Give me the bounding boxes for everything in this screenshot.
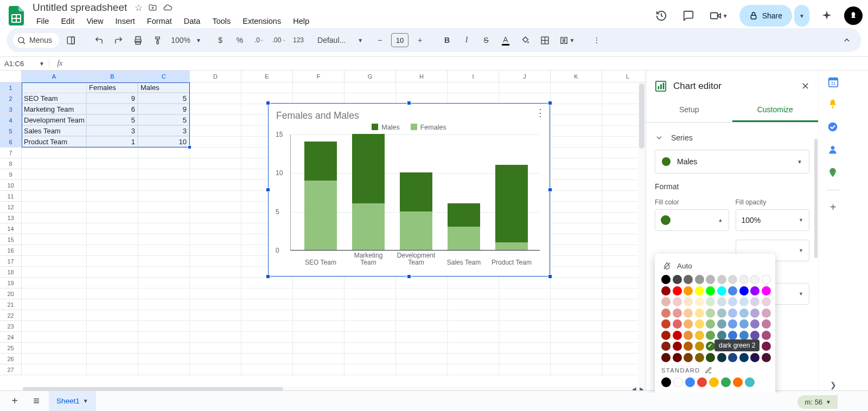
cell[interactable]: 6 xyxy=(87,104,138,114)
keep-rail-icon[interactable] xyxy=(827,99,839,111)
color-swatch[interactable] xyxy=(661,309,671,318)
star-icon[interactable]: ☆ xyxy=(135,2,143,14)
standard-color-swatch[interactable] xyxy=(721,377,731,387)
color-swatch[interactable] xyxy=(717,275,726,284)
chart-menu-icon[interactable]: ⋮ xyxy=(535,107,545,119)
row-header-13[interactable]: 13 xyxy=(0,213,22,223)
contacts-rail-icon[interactable] xyxy=(827,144,839,156)
cell[interactable]: Marketing Team xyxy=(22,104,86,114)
menu-extensions[interactable]: Extensions xyxy=(238,15,286,28)
color-swatch[interactable] xyxy=(684,353,693,362)
maps-rail-icon[interactable] xyxy=(827,167,839,179)
row-header-17[interactable]: 17 xyxy=(0,256,22,267)
color-swatch[interactable] xyxy=(706,309,715,318)
color-swatch[interactable] xyxy=(762,297,771,306)
selection-handle[interactable] xyxy=(188,145,192,149)
color-swatch[interactable] xyxy=(706,353,715,362)
color-swatch[interactable] xyxy=(673,342,682,351)
row-header-27[interactable]: 27 xyxy=(0,364,22,375)
cell[interactable]: 9 xyxy=(138,104,189,114)
decrease-decimal-button[interactable]: .0← xyxy=(251,32,267,48)
row-header-12[interactable]: 12 xyxy=(0,202,22,213)
color-swatch[interactable] xyxy=(762,319,771,329)
increase-fontsize-button[interactable]: + xyxy=(412,32,428,48)
strike-button[interactable]: S xyxy=(478,32,494,48)
cell[interactable]: Development Team xyxy=(22,115,86,125)
color-swatch[interactable] xyxy=(706,319,715,329)
color-swatch[interactable] xyxy=(762,286,771,296)
cell[interactable]: 5 xyxy=(138,93,189,104)
color-swatch[interactable] xyxy=(661,275,671,284)
paint-format-button[interactable] xyxy=(149,32,165,48)
color-swatch[interactable] xyxy=(673,286,682,296)
row-header-4[interactable]: 4 xyxy=(0,115,22,126)
menu-data[interactable]: Data xyxy=(179,15,206,28)
fill-color-button[interactable] xyxy=(517,32,533,48)
sidebar-scrollbar[interactable] xyxy=(814,123,818,393)
color-swatch[interactable] xyxy=(728,286,737,296)
meet-icon[interactable]: ▼ xyxy=(706,6,732,25)
cell[interactable]: Product Team xyxy=(22,137,86,147)
comments-icon[interactable] xyxy=(679,6,698,25)
color-swatch[interactable] xyxy=(750,309,760,318)
doc-name[interactable]: Untitled spreadsheet xyxy=(29,1,130,15)
fill-color-select[interactable]: ▲ xyxy=(655,209,729,231)
get-addons-button[interactable]: + xyxy=(830,201,837,214)
color-swatch[interactable] xyxy=(739,353,749,362)
col-header-J[interactable]: J xyxy=(499,70,551,82)
row-header-23[interactable]: 23 xyxy=(0,321,22,332)
row-header-2[interactable]: 2 xyxy=(0,93,22,104)
color-auto-option[interactable]: Auto xyxy=(661,259,769,275)
currency-button[interactable]: $ xyxy=(212,32,228,48)
cell[interactable]: 10 xyxy=(138,137,189,147)
row-header-20[interactable]: 20 xyxy=(0,288,22,299)
fontsize-input[interactable]: 10 xyxy=(391,33,409,47)
chart-object[interactable]: ⋮ Females and Males Males Females 051015… xyxy=(268,103,550,277)
color-swatch[interactable] xyxy=(673,319,682,329)
color-swatch[interactable] xyxy=(717,286,726,296)
row-header-3[interactable]: 3 xyxy=(0,104,22,115)
color-swatch[interactable] xyxy=(695,286,704,296)
standard-color-swatch[interactable] xyxy=(661,377,671,387)
color-swatch[interactable] xyxy=(762,342,771,351)
sheet-tab-1[interactable]: Sheet1▼ xyxy=(49,391,96,412)
italic-button[interactable]: I xyxy=(458,32,475,48)
color-swatch[interactable] xyxy=(762,353,771,362)
collapse-toolbar-button[interactable] xyxy=(839,32,855,48)
history-icon[interactable] xyxy=(652,6,671,25)
cell[interactable]: SEO Team xyxy=(22,93,86,104)
col-header-C[interactable]: C xyxy=(138,70,190,82)
color-swatch[interactable] xyxy=(717,297,726,306)
color-swatch[interactable] xyxy=(706,286,715,296)
fill-opacity-select[interactable]: 100% ▼ xyxy=(736,209,810,231)
color-swatch[interactable] xyxy=(717,331,726,340)
color-swatch[interactable] xyxy=(728,297,737,306)
cell[interactable]: 3 xyxy=(138,126,189,136)
cell[interactable]: 5 xyxy=(138,115,189,125)
bold-button[interactable]: B xyxy=(439,32,455,48)
col-header-F[interactable]: F xyxy=(293,70,344,82)
color-swatch[interactable] xyxy=(684,297,693,306)
col-header-B[interactable]: B xyxy=(87,70,138,82)
color-swatch[interactable] xyxy=(762,331,771,340)
close-sidebar-button[interactable]: ✕ xyxy=(801,80,809,92)
color-swatch[interactable] xyxy=(739,297,749,306)
calendar-rail-icon[interactable]: 31 xyxy=(827,76,839,88)
menu-view[interactable]: View xyxy=(81,15,108,28)
color-swatch[interactable] xyxy=(684,286,693,296)
color-swatch[interactable] xyxy=(762,309,771,318)
color-swatch[interactable] xyxy=(706,297,715,306)
standard-color-swatch[interactable] xyxy=(745,377,755,387)
text-color-button[interactable]: A xyxy=(497,32,514,48)
color-swatch[interactable] xyxy=(762,275,771,284)
color-swatch[interactable] xyxy=(661,331,671,340)
color-swatch[interactable] xyxy=(684,342,693,351)
color-swatch[interactable] xyxy=(673,275,682,284)
row-header-24[interactable]: 24 xyxy=(0,332,22,343)
col-header-A[interactable]: A xyxy=(22,70,87,82)
tab-setup[interactable]: Setup xyxy=(646,100,732,122)
color-swatch[interactable] xyxy=(706,342,715,351)
color-swatch[interactable] xyxy=(695,319,704,329)
move-icon[interactable] xyxy=(148,3,157,12)
row-header-11[interactable]: 11 xyxy=(0,191,22,202)
